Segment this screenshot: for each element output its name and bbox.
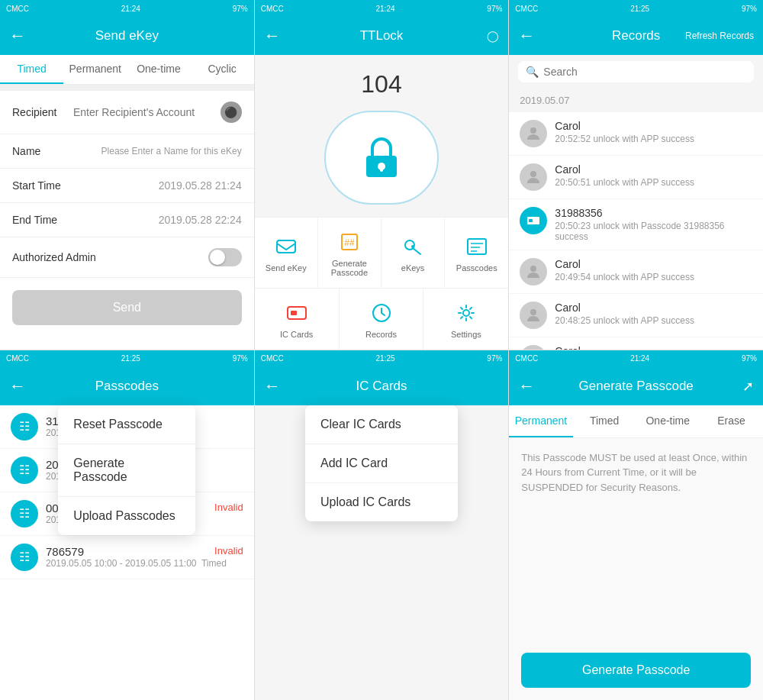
passcodes-header: ← Passcodes: [0, 367, 254, 405]
record-name-4: Carol: [555, 258, 752, 270]
ic-cards-header: ← IC Cards: [255, 367, 509, 405]
tab-cyclic[interactable]: Cyclic: [191, 55, 254, 84]
action-label-send-ekey: Send eKey: [266, 263, 307, 273]
record-avatar-3: [520, 207, 547, 234]
record-avatar-6: [520, 345, 547, 350]
action-label-ic-cards: IC Cards: [280, 330, 313, 339]
record-name-6: Carol: [555, 345, 752, 350]
time-1b: 21:25: [121, 354, 140, 363]
action-label-ekeys: eKeys: [401, 263, 425, 273]
passcode-item-4: ☷ 786579 Invalid 2019.05.05 10:00 - 2019…: [0, 536, 254, 579]
upload-passcodes-item[interactable]: Upload Passcodes: [58, 497, 195, 535]
passcode-code-4: 786579: [46, 545, 84, 558]
ekey-form: Recipient ⚫ Name Please Enter a Name for…: [0, 91, 254, 350]
records-icon: [368, 299, 395, 327]
gen-passcode-notice: This Passcode MUST be used at least Once…: [521, 450, 751, 495]
gen-tab-timed[interactable]: Timed: [573, 405, 636, 437]
status-bar-3: CMCC 21:25 97%: [509, 0, 763, 17]
carrier-1b: CMCC: [6, 354, 29, 363]
svg-point-17: [530, 171, 536, 177]
authorized-row: Authorized Admin: [0, 237, 254, 278]
ic-cards-title: IC Cards: [356, 379, 407, 394]
tab-permanent[interactable]: Permanent: [63, 55, 127, 84]
svg-rect-2: [380, 166, 383, 172]
ttlock-settings-icon[interactable]: ◯: [487, 30, 499, 42]
back-button-2[interactable]: ←: [264, 26, 281, 46]
back-button-1[interactable]: ←: [9, 26, 26, 46]
action-passcodes[interactable]: Passcodes: [445, 218, 508, 288]
send-button[interactable]: Send: [12, 290, 242, 325]
start-time-row: Start Time 2019.05.28 21:24: [0, 169, 254, 203]
search-input[interactable]: [543, 66, 746, 78]
status-bar-2b: CMCC 21:25 97%: [255, 350, 509, 367]
send-ekey-icon: [272, 233, 300, 260]
svg-point-15: [463, 310, 469, 316]
records-title: Records: [612, 28, 660, 44]
time-1: 21:24: [121, 5, 140, 13]
tab-one-time[interactable]: One-time: [127, 55, 190, 84]
passcode-date-4: 2019.05.05 10:00 - 2019.05.05 11:00 Time…: [46, 558, 243, 569]
ttlock-number: 104: [361, 70, 401, 98]
start-time-label: Start Time: [12, 179, 73, 192]
upload-ic-cards-item[interactable]: Upload IC Cards: [305, 483, 458, 521]
action-label-settings: Settings: [451, 330, 481, 339]
gen-passcode-title: Generate Passcode: [579, 379, 694, 394]
reset-passcode-item[interactable]: Reset Passcode: [58, 405, 195, 444]
back-button-3b[interactable]: ←: [518, 376, 535, 396]
generate-passcode-icon: ##: [336, 228, 363, 256]
records-header: ← Records Refresh Records: [509, 17, 763, 55]
action-grid-bottom: IC Cards Records Settings: [255, 288, 509, 350]
passcode-icon-1: ☷: [11, 413, 38, 440]
generate-passcode-item[interactable]: Generate Passcode: [58, 444, 195, 497]
name-placeholder: Please Enter a Name for this eKey: [73, 146, 242, 156]
generate-passcode-button[interactable]: Generate Passcode: [521, 653, 751, 688]
svg-text:##: ##: [344, 237, 355, 248]
status-bar-1: CMCC 21:24 97%: [0, 0, 254, 17]
share-icon[interactable]: ➚: [742, 378, 754, 395]
record-detail-4: 20:49:54 unlock with APP success: [555, 272, 752, 282]
record-item-2: Carol 20:50:51 unlock with APP success: [509, 156, 763, 199]
action-generate-passcode[interactable]: ## Generate Passcode: [318, 218, 382, 288]
ttlock-header: ← TTLock ◯: [255, 17, 509, 55]
ic-cards-icon: [283, 299, 311, 327]
action-label-passcodes: Passcodes: [456, 263, 497, 273]
svg-rect-8: [468, 239, 486, 254]
passcodes-icon: [463, 233, 491, 260]
record-detail-1: 20:52:52 unlock with APP success: [555, 134, 752, 144]
svg-point-7: [411, 245, 414, 248]
authorized-toggle[interactable]: [208, 248, 242, 266]
back-button-2b[interactable]: ←: [264, 376, 281, 396]
name-row: Name Please Enter a Name for this eKey: [0, 134, 254, 169]
add-ic-card-item[interactable]: Add IC Card: [305, 444, 458, 483]
settings-icon: [452, 299, 480, 327]
record-detail-2: 20:50:51 unlock with APP success: [555, 177, 752, 188]
record-name-1: Carol: [555, 120, 752, 132]
recipient-input[interactable]: [73, 106, 216, 118]
end-time-label: End Time: [12, 214, 73, 226]
gen-tab-erase[interactable]: Erase: [700, 405, 763, 437]
svg-rect-13: [291, 311, 297, 315]
battery-1: 97%: [233, 5, 248, 13]
recipient-row: Recipient ⚫: [0, 91, 254, 134]
action-ekeys[interactable]: eKeys: [382, 218, 445, 288]
ekey-tabs: Timed Permanent One-time Cyclic: [0, 55, 254, 85]
action-records[interactable]: Records: [340, 289, 424, 350]
action-grid-top: Send eKey ## Generate Passcode eKeys: [255, 217, 509, 288]
action-ic-cards[interactable]: IC Cards: [255, 289, 340, 350]
gen-tab-permanent[interactable]: Permanent: [509, 405, 572, 437]
action-settings[interactable]: Settings: [423, 289, 508, 350]
action-send-ekey[interactable]: Send eKey: [255, 218, 318, 288]
record-item-4: Carol 20:49:54 unlock with APP success: [509, 250, 763, 294]
gen-passcode-content: This Passcode MUST be used at least Once…: [509, 438, 763, 701]
clear-ic-cards-item[interactable]: Clear IC Cards: [305, 405, 458, 444]
back-button-1b[interactable]: ←: [9, 376, 26, 396]
refresh-records-button[interactable]: Refresh Records: [685, 31, 754, 41]
back-button-3[interactable]: ←: [518, 26, 535, 46]
passcode-icon-2: ☷: [11, 456, 38, 484]
passcodes-title: Passcodes: [95, 379, 159, 394]
gen-tab-one-time[interactable]: One-time: [636, 405, 700, 437]
recipient-label: Recipient: [12, 106, 73, 118]
records-date-label: 2019.05.07: [509, 89, 763, 112]
svg-point-20: [530, 266, 536, 272]
tab-timed[interactable]: Timed: [0, 55, 63, 84]
